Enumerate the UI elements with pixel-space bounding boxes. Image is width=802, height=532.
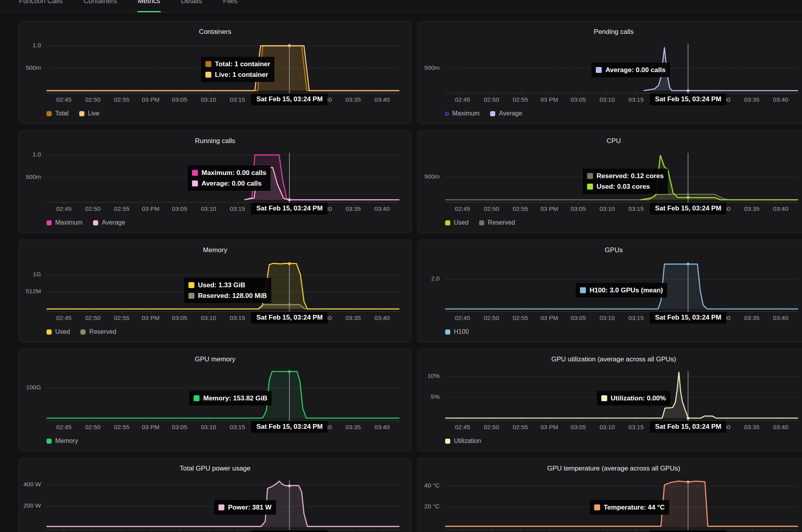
legend-item-used[interactable]: Used — [445, 219, 468, 226]
hover-date-tooltip: Sat Feb 15, 03:24 PM — [251, 93, 328, 105]
legend-item-reserved[interactable]: Reserved — [80, 328, 116, 335]
y-axis-label: 400 W — [19, 481, 41, 488]
tab-function-calls[interactable]: Function Calls — [19, 0, 63, 12]
legend-item-live[interactable]: Live — [79, 110, 99, 117]
x-axis — [445, 202, 798, 205]
x-axis-label: 03:15 — [629, 205, 644, 212]
x-axis-labels: 02:4502:5002:5503 PM03:0503:1003:1503:20… — [47, 96, 399, 106]
hover-date-tooltip: Sat Feb 15, 03:24 PM — [251, 530, 328, 532]
x-axis — [445, 530, 798, 532]
tooltip-series-chip — [192, 180, 198, 186]
tooltip-text: Temperature: 44 °C — [604, 502, 665, 513]
tooltip-row: Used: 0.03 cores — [587, 181, 664, 192]
legend-item-reserved[interactable]: Reserved — [479, 219, 515, 226]
plot-area[interactable]: 500mReserved: 0.12 coresUsed: 0.03 cores — [445, 151, 798, 200]
legend-item-average[interactable]: Average — [93, 219, 125, 226]
legend-chip — [445, 112, 449, 115]
x-axis — [445, 311, 798, 314]
plot-area[interactable]: 40 °C20 °CTemperature: 44 °C — [445, 479, 798, 527]
legend: UsedReserved — [445, 219, 515, 226]
hover-date-tooltip: Sat Feb 15, 03:24 PM — [650, 93, 726, 105]
x-axis-tick — [491, 203, 492, 205]
tab-label: Containers — [84, 0, 117, 5]
legend-item-used[interactable]: Used — [47, 328, 70, 335]
series-tooltip: Temperature: 44 °C — [590, 500, 669, 515]
plot-area[interactable]: 1.0500mMaximum: 0.00 callsAverage: 0.00 … — [47, 151, 399, 200]
plot-area[interactable]: 500mAverage: 0.00 calls — [445, 42, 798, 91]
x-axis-label: 03:15 — [230, 205, 245, 212]
x-axis-tick — [209, 530, 209, 532]
chart-title: Running calls — [19, 137, 411, 145]
x-axis-tick — [151, 530, 151, 532]
hover-date-tooltip: Sat Feb 15, 03:24 PM — [650, 203, 726, 214]
hover-marker-live — [288, 45, 291, 47]
tab-files[interactable]: Files — [223, 0, 237, 12]
legend-label: Average — [499, 110, 522, 117]
x-axis-label: 03:35 — [744, 205, 759, 212]
x-axis-tick — [382, 530, 382, 532]
x-axis-label: 03:05 — [172, 205, 187, 212]
legend-item-maximum[interactable]: Maximum — [47, 219, 82, 226]
x-axis-tick — [237, 530, 238, 532]
chart-card-containers: Containers1.0500mTotal: 1 containerLive:… — [19, 21, 412, 124]
x-axis-tick — [353, 530, 354, 532]
y-axis-label: 500m — [19, 64, 41, 71]
x-axis-tick — [636, 312, 636, 314]
tooltip-text: Maximum: 0.00 calls — [201, 167, 266, 178]
x-axis-tick — [463, 530, 463, 532]
y-axis-label: 10% — [418, 372, 440, 379]
y-axis-label: 20 °C — [418, 503, 440, 510]
series-tooltip: Used: 1.33 GiBReserved: 128.00 MiB — [184, 278, 271, 303]
tab-containers[interactable]: Containers — [84, 0, 117, 12]
tooltip-row: Average: 0.00 calls — [192, 178, 266, 189]
series-reserved-area — [445, 194, 798, 200]
series-tooltip: Total: 1 containerLive: 1 container — [201, 57, 274, 82]
plot-area[interactable]: 10%5%Utilization: 0.00% — [445, 370, 798, 418]
tab-details[interactable]: Details — [181, 0, 202, 12]
tooltip-series-chip — [594, 504, 600, 510]
legend-item-average[interactable]: Average — [490, 110, 522, 117]
x-axis-tick — [151, 93, 151, 96]
hover-date-tooltip: Sat Feb 15, 03:24 PM — [251, 312, 328, 324]
hover-marker-temperature — [687, 480, 690, 483]
plot-area[interactable]: 100GMemory: 153.82 GiB — [47, 370, 399, 418]
tab-metrics[interactable]: Metrics — [138, 0, 160, 12]
x-axis-label: 02:45 — [56, 96, 72, 103]
x-axis-tick — [122, 93, 122, 96]
legend-chip — [93, 220, 98, 225]
active-tab-underline — [137, 11, 161, 12]
y-axis-label: 200 W — [19, 502, 41, 509]
chart-card-memory: Memory1G512MUsed: 1.33 GiBReserved: 128.… — [19, 240, 412, 342]
plot-area[interactable]: 1G512MUsed: 1.33 GiBReserved: 128.00 MiB — [47, 260, 399, 309]
x-axis-labels: 02:4502:5002:5503 PM03:0503:1003:1503:20… — [445, 314, 798, 324]
x-axis-tick — [209, 93, 209, 96]
series-reserved-area — [47, 305, 399, 309]
plot-area[interactable]: 1.0500mTotal: 1 containerLive: 1 contain… — [47, 42, 399, 91]
x-axis-label: 02:45 — [455, 424, 470, 431]
x-axis-tick — [209, 312, 209, 314]
plot-area[interactable]: 400 W200 WPower: 381 W — [47, 479, 399, 527]
series-reserved-line — [47, 305, 399, 309]
tooltip-series-chip — [192, 170, 198, 176]
legend-chip — [47, 111, 52, 116]
x-axis-tick — [636, 203, 636, 205]
legend-item-memory[interactable]: Memory — [47, 437, 78, 445]
plot-area[interactable]: 2.0H100: 3.0 GPUs (mean) — [445, 260, 798, 309]
x-axis-label: 03 PM — [142, 205, 160, 212]
x-axis-tick — [151, 203, 151, 205]
hover-marker-h100 — [687, 263, 690, 266]
x-axis-tick — [382, 421, 382, 423]
legend-item-utilization[interactable]: Utilization — [445, 437, 481, 445]
legend-item-maximum[interactable]: Maximum — [445, 110, 479, 117]
tooltip-text: Live: 1 container — [215, 69, 268, 80]
series-tooltip: Reserved: 0.12 coresUsed: 0.03 cores — [583, 169, 668, 194]
x-axis — [445, 420, 798, 423]
x-axis-tick — [636, 421, 636, 423]
legend-item-h100[interactable]: H100 — [445, 328, 469, 335]
legend-item-total[interactable]: Total — [47, 110, 69, 117]
x-axis-label: 02:50 — [484, 424, 499, 431]
legend: Utilization — [445, 437, 481, 445]
tooltip-row: Live: 1 container — [205, 69, 270, 80]
x-axis-label: 03 PM — [541, 314, 558, 322]
x-axis-label: 03 PM — [541, 205, 558, 212]
